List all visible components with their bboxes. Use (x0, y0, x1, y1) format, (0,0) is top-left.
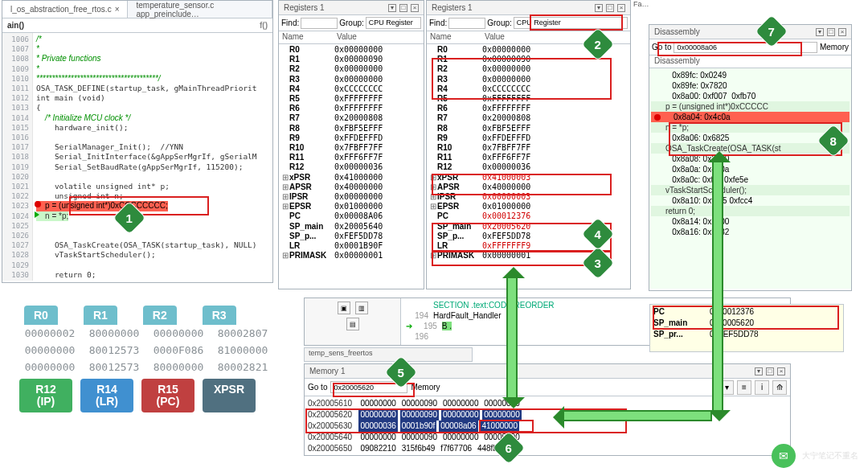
maximize-icon[interactable]: □ (399, 4, 407, 12)
disasm-line[interactable]: 0x8a16: 0xbd32 (651, 227, 850, 237)
find-input[interactable] (301, 18, 338, 29)
tree-icon[interactable]: ▤ (346, 318, 359, 330)
mem-word[interactable]: 00000090 (400, 398, 440, 409)
toolbar-icon[interactable]: i (755, 380, 769, 395)
group-dropdown[interactable]: CPU Register (514, 17, 628, 29)
register-row[interactable]: R70x20000808 (429, 113, 628, 123)
expand-icon[interactable] (281, 64, 289, 74)
mem-word[interactable]: 315f6b49 (400, 443, 437, 454)
mem-word[interactable]: 00000000 (358, 409, 398, 421)
mem-word[interactable]: 00000090 (400, 409, 440, 421)
register-row[interactable]: ⊞xPSR0x41000000 (281, 173, 421, 183)
expand-icon[interactable] (429, 222, 437, 232)
maximize-icon[interactable]: □ (827, 28, 835, 36)
expand-icon[interactable] (429, 143, 437, 153)
disasm-line[interactable]: 0x8a04: 0x4c0a (651, 112, 850, 122)
disasm-line[interactable]: 0x8a14: 0x2000 (651, 216, 850, 227)
pin-icon[interactable]: ▾ (816, 28, 824, 36)
close-icon[interactable]: × (777, 367, 785, 375)
registers-list[interactable]: R00x00000000 R10x00000090 R20x00000000 R… (279, 44, 424, 263)
expand-icon[interactable]: ⊞ (429, 251, 437, 261)
register-row[interactable]: R110xFFF6FF7F (429, 153, 628, 162)
maximize-icon[interactable]: □ (766, 367, 774, 375)
mem-word[interactable]: 41000000 (480, 421, 519, 432)
mem-row[interactable]: 0x20005650 09082210 315f6b49 f7f67706 44… (308, 443, 787, 454)
register-row[interactable]: ⊞APSR0x40000000 (429, 183, 628, 192)
register-row[interactable]: R60xFFFFFFFF (429, 104, 628, 113)
disasm-line[interactable]: p = (unsigned int*)0xCCCCC (651, 101, 850, 112)
pin-icon[interactable]: ▾ (755, 367, 763, 375)
register-row[interactable]: R40xCCCCCCCC (281, 84, 421, 94)
expand-icon[interactable] (281, 222, 289, 232)
pin-icon[interactable]: ▾ (595, 4, 603, 12)
register-row[interactable]: R30x00000000 (281, 75, 421, 84)
register-row[interactable]: ⊞IPSR0x00000003 (429, 192, 628, 202)
register-row[interactable]: ⊞EPSR0x01000000 (281, 202, 421, 211)
disasm-line[interactable]: 0x8a0c: 0xf7ff 0xfe5e (651, 174, 850, 185)
register-row[interactable]: R20x00000000 (281, 64, 421, 74)
project-tab[interactable]: temp_sens_freertos (304, 347, 473, 362)
register-row[interactable]: R70x20000808 (281, 113, 421, 123)
mem-word[interactable]: 00000000 (482, 409, 522, 421)
register-row[interactable]: ⊞IPSR0x00000000 (281, 192, 421, 202)
disasm-line[interactable]: 0x8a0a: 0x480a (651, 164, 850, 174)
register-row[interactable]: R100x7FBFF7FF (281, 143, 421, 153)
mem-word[interactable]: 00008a06 (439, 421, 478, 432)
register-row[interactable]: R40xCCCCCCCC (429, 84, 628, 94)
register-row[interactable]: PC0x00008A06 (281, 211, 421, 221)
expand-icon[interactable] (281, 153, 289, 162)
register-row[interactable]: ⊞PRIMASK0x00000001 (281, 251, 421, 261)
tree-icon[interactable]: ▥ (355, 302, 368, 314)
group-dropdown[interactable]: CPU Register (366, 17, 421, 29)
close-icon[interactable]: × (617, 4, 625, 12)
expand-icon[interactable] (429, 75, 437, 84)
expand-icon[interactable]: ⊞ (281, 192, 289, 202)
disasm-line[interactable]: 0x8a10: 0xf005 0xfcc4 (651, 195, 850, 206)
expand-icon[interactable]: ⊞ (281, 251, 289, 261)
register-row[interactable]: R90xFFDEFFFD (281, 133, 421, 143)
expand-icon[interactable] (281, 55, 289, 64)
register-row[interactable]: R50xFFFFFFFF (281, 94, 421, 104)
register-row[interactable]: R80xFBF5EFFF (429, 124, 628, 133)
expand-icon[interactable]: ⊞ (429, 192, 437, 202)
register-row[interactable]: R90xFFDEFFFD (429, 133, 628, 143)
expand-icon[interactable] (281, 143, 289, 153)
expand-icon[interactable] (281, 75, 289, 84)
expand-icon[interactable] (429, 113, 437, 123)
source-tab[interactable]: temperature_sensor.c app_preinclude… (128, 1, 272, 18)
disasm-line[interactable]: n = *p; (651, 122, 850, 133)
register-row[interactable]: R30x00000000 (429, 75, 628, 84)
expand-icon[interactable] (281, 84, 289, 94)
pin-icon[interactable]: ▾ (388, 4, 396, 12)
code-body[interactable]: /* * * Private functions * *************… (33, 33, 272, 281)
expand-icon[interactable] (429, 94, 437, 104)
register-row[interactable]: R20x00000000 (429, 64, 628, 74)
expand-icon[interactable] (281, 124, 289, 133)
close-icon[interactable]: × (411, 4, 419, 12)
mem-word[interactable]: 00000000 (358, 432, 398, 443)
expand-icon[interactable]: ⊞ (281, 202, 289, 211)
expand-icon[interactable]: ⊞ (429, 202, 437, 211)
expand-icon[interactable] (281, 94, 289, 104)
source-tab-active[interactable]: l_os_abstraction_free_rtos.c × (2, 1, 128, 18)
maximize-icon[interactable]: □ (606, 4, 614, 12)
goto-input[interactable] (674, 42, 817, 53)
mem-word[interactable]: 0001b90f (400, 421, 437, 432)
breakpoint-icon[interactable] (654, 114, 661, 121)
expand-icon[interactable] (429, 55, 437, 64)
expand-icon[interactable]: ⊞ (429, 173, 437, 183)
expand-icon[interactable] (281, 104, 289, 113)
expand-icon[interactable] (281, 133, 289, 143)
mem-word[interactable]: f7f67706 (439, 443, 473, 454)
register-row[interactable]: R120x00000036 (429, 162, 628, 172)
mem-word[interactable]: 00000090 (400, 432, 440, 443)
register-row[interactable]: R80xFBF5EFFF (281, 124, 421, 133)
expand-icon[interactable] (429, 84, 437, 94)
toolbar-icon[interactable]: ⟰ (772, 380, 787, 395)
expand-icon[interactable] (429, 153, 437, 162)
tree-icon[interactable]: ▣ (338, 302, 350, 314)
register-row[interactable]: R120x00000036 (281, 162, 421, 172)
mem-word[interactable]: 00000000 (441, 398, 481, 409)
mem-row[interactable]: 0x20005640 00000000 00000090 00000000 00… (308, 432, 787, 443)
disasm-line[interactable]: 0x8a08: 0x2100 (651, 154, 850, 164)
